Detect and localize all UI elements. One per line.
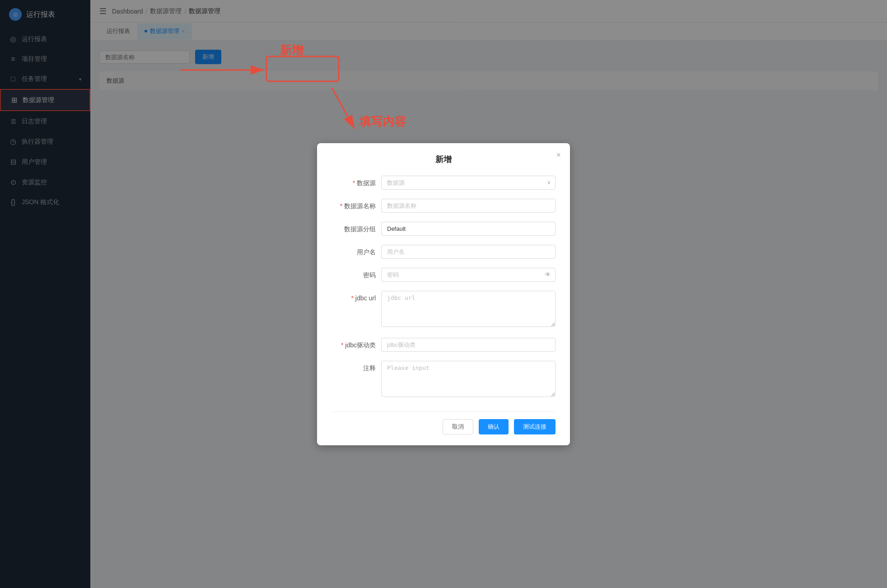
- cancel-button[interactable]: 取消: [443, 419, 473, 434]
- control-notes: [381, 361, 556, 399]
- password-input[interactable]: [381, 268, 556, 282]
- form-item-jdbc-driver: jdbc驱动类: [331, 338, 556, 352]
- control-datasource-group: [381, 222, 556, 236]
- label-password: 密码: [331, 268, 381, 280]
- form-item-datasource-group: 数据源分组: [331, 222, 556, 236]
- control-datasource-name: [381, 199, 556, 213]
- form-item-password: 密码 👁: [331, 268, 556, 282]
- test-connection-button[interactable]: 测试连接: [514, 419, 556, 434]
- dialog-footer: 取消 确认 测试连接: [331, 411, 556, 434]
- notes-textarea[interactable]: [381, 361, 556, 397]
- label-notes: 注释: [331, 361, 381, 373]
- dialog: × 新增 数据源 数据源 数据源名称 数据源分组: [317, 143, 570, 445]
- label-datasource: 数据源: [331, 176, 381, 187]
- label-jdbc-driver: jdbc驱动类: [331, 338, 381, 350]
- control-password: 👁: [381, 268, 556, 282]
- jdbc-url-textarea[interactable]: [381, 291, 556, 327]
- form-item-username: 用户名: [331, 245, 556, 259]
- form-item-jdbc-url: jdbc url: [331, 291, 556, 329]
- password-wrapper: 👁: [381, 268, 556, 282]
- datasource-group-input[interactable]: [381, 222, 556, 236]
- form-item-datasource-name: 数据源名称: [331, 199, 556, 213]
- dialog-title: 新增: [331, 154, 556, 165]
- control-username: [381, 245, 556, 259]
- datasource-name-input[interactable]: [381, 199, 556, 213]
- eye-icon[interactable]: 👁: [545, 271, 551, 278]
- datasource-select[interactable]: 数据源: [381, 176, 556, 190]
- label-username: 用户名: [331, 245, 381, 257]
- dialog-close-button[interactable]: ×: [556, 150, 561, 160]
- username-input[interactable]: [381, 245, 556, 259]
- modal-overlay: × 新增 数据源 数据源 数据源名称 数据源分组: [0, 0, 887, 588]
- control-jdbc-url: [381, 291, 556, 329]
- label-datasource-group: 数据源分组: [331, 222, 381, 233]
- jdbc-driver-input[interactable]: [381, 338, 556, 352]
- control-datasource: 数据源: [381, 176, 556, 190]
- confirm-button[interactable]: 确认: [479, 419, 509, 434]
- form-item-datasource: 数据源 数据源: [331, 176, 556, 190]
- label-datasource-name: 数据源名称: [331, 199, 381, 210]
- form-item-notes: 注释: [331, 361, 556, 399]
- control-jdbc-driver: [381, 338, 556, 352]
- datasource-select-wrapper[interactable]: 数据源: [381, 176, 556, 190]
- label-jdbc-url: jdbc url: [331, 291, 381, 302]
